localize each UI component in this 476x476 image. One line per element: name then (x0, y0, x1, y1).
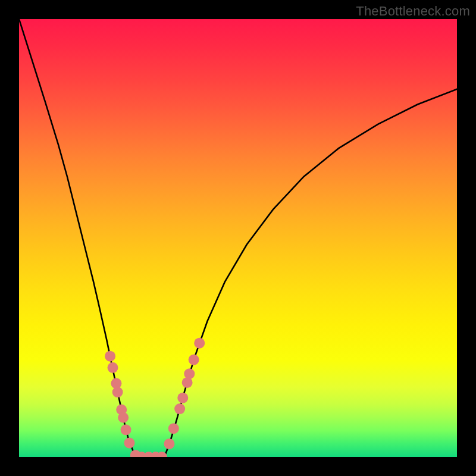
data-point (174, 403, 185, 414)
data-point (184, 368, 195, 379)
plot-area (19, 19, 457, 457)
chart-frame: TheBottleneck.com (0, 0, 476, 476)
data-point (124, 437, 134, 448)
curve-group (19, 19, 457, 457)
data-point (118, 412, 129, 423)
data-point (121, 424, 131, 435)
data-point (177, 393, 188, 403)
chart-svg (19, 19, 457, 457)
data-point (194, 338, 205, 349)
data-point (112, 387, 123, 397)
data-point (108, 362, 118, 373)
data-point (168, 423, 179, 434)
bottleneck-curve (19, 19, 457, 457)
data-point (189, 355, 199, 365)
data-point (105, 351, 115, 362)
watermark-text: TheBottleneck.com (356, 4, 470, 19)
data-point (164, 439, 174, 449)
dots-group (105, 338, 205, 457)
